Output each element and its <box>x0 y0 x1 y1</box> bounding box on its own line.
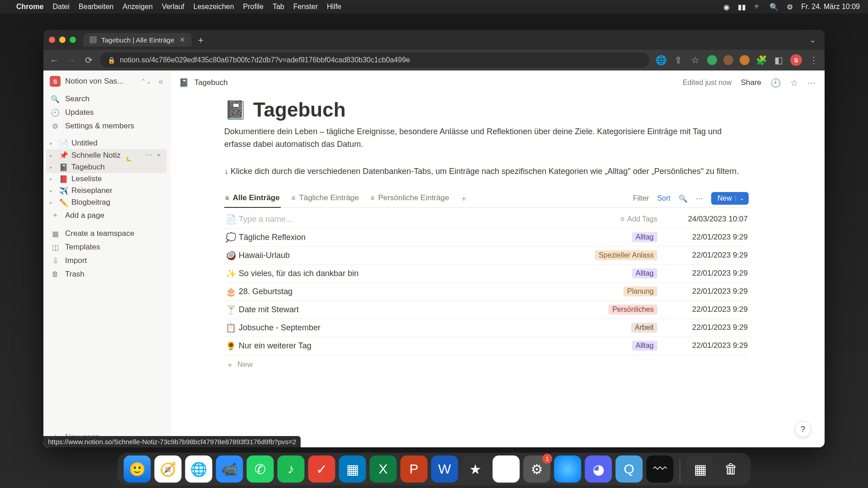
tab-overflow-icon[interactable]: ⌄ <box>810 36 819 44</box>
tag-badge[interactable]: Alltag <box>632 268 657 278</box>
chevron-right-icon[interactable]: ▸ <box>50 176 56 182</box>
tag-badge[interactable]: Alltag <box>632 232 657 242</box>
browser-tab[interactable]: Tagebuch | Alle Einträge ✕ <box>83 33 192 47</box>
sidebar-import[interactable]: ⇩Import <box>43 254 170 267</box>
sort-button[interactable]: Sort <box>657 194 670 202</box>
chrome-menu-icon[interactable]: ⋮ <box>808 55 819 66</box>
menubar-app[interactable]: Chrome <box>16 3 43 11</box>
share-icon[interactable]: ⇪ <box>673 55 684 66</box>
tag-badge[interactable]: Persönliches <box>609 305 657 314</box>
dock-imovie[interactable]: ★ <box>462 455 489 483</box>
star-icon[interactable]: ☆ <box>790 78 798 88</box>
battery-icon[interactable]: ▮▮ <box>738 3 746 11</box>
tag-badge[interactable]: Planung <box>623 286 657 296</box>
menu-hilfe[interactable]: Hilfe <box>327 3 341 11</box>
row-title[interactable]: 28. Geburtstag <box>237 287 580 296</box>
dock-drive[interactable]: △ <box>493 455 520 483</box>
back-button[interactable]: ← <box>49 55 60 66</box>
dock-powerpoint[interactable]: P <box>401 455 428 483</box>
extension-1-icon[interactable] <box>707 55 717 65</box>
table-row[interactable]: 💭 Tägliche Reflexion Alltag 22/01/2023 9… <box>224 229 749 247</box>
tag-badge[interactable]: Spezieller Anlass <box>595 250 657 260</box>
table-row[interactable]: 🎂 28. Geburtstag Planung 22/01/2023 9:29 <box>224 283 749 301</box>
dock-word[interactable]: W <box>431 455 458 483</box>
dock-trash[interactable]: 🗑 <box>717 455 745 483</box>
menu-bearbeiten[interactable]: Bearbeiten <box>79 3 113 11</box>
close-window-button[interactable] <box>49 37 55 43</box>
address-bar[interactable]: 🔒 notion.so/4c786e029edf435c80a67b00fc7d… <box>100 52 649 68</box>
more-icon[interactable]: ⋯ <box>807 78 816 88</box>
dock-whatsapp[interactable]: ✆ <box>247 455 274 483</box>
row-title[interactable]: Jobsuche - September <box>237 323 580 333</box>
row-title[interactable]: So vieles, für das ich dankbar bin <box>237 269 580 278</box>
row-title-placeholder[interactable]: Type a name... <box>237 215 580 224</box>
clock-icon[interactable]: 🕘 <box>770 78 781 88</box>
dock-trello[interactable]: ▦ <box>339 455 366 483</box>
search-db-icon[interactable]: 🔍 <box>679 194 688 203</box>
dock-discord[interactable]: ◕ <box>585 455 612 483</box>
reload-button[interactable]: ⟳ <box>83 55 94 66</box>
menubar-clock[interactable]: Fr. 24. März 10:09 <box>801 3 860 11</box>
chevron-down-icon[interactable]: ⌄ <box>736 195 744 202</box>
sidebar-page-item[interactable]: ▸ 📌 Schnelle Notiz ⋯＋👆 <box>46 149 167 161</box>
menu-verlauf[interactable]: Verlauf <box>162 3 184 11</box>
table-row[interactable]: 🍸 Date mit Stewart Persönliches 22/01/20… <box>224 301 749 319</box>
dock-finder[interactable]: 🙂 <box>124 455 151 483</box>
workspace-switcher[interactable]: S Notion von Sas... ⌃⌄ « <box>43 70 170 92</box>
control-center-icon[interactable]: ⚙ <box>787 3 793 11</box>
tag-badge[interactable]: Arbeit <box>631 323 657 333</box>
sidebar-settings[interactable]: ⚙Settings & members <box>43 119 170 133</box>
new-tab-button[interactable]: ＋ <box>196 34 205 46</box>
chevron-right-icon[interactable]: ▸ <box>50 164 56 170</box>
table-row[interactable]: 🌻 Nur ein weiterer Tag Alltag 22/01/2023… <box>224 337 749 355</box>
screenrecord-icon[interactable]: ◉ <box>723 3 730 11</box>
menu-anzeigen[interactable]: Anzeigen <box>123 3 153 11</box>
database-view-tab[interactable]: ≡Persönliche Einträge <box>370 190 450 208</box>
menu-tab[interactable]: Tab <box>273 3 284 11</box>
profile-avatar[interactable]: S <box>790 54 802 66</box>
dock-safari[interactable]: 🧭 <box>155 455 182 483</box>
forward-button[interactable]: → <box>66 55 77 66</box>
chevron-right-icon[interactable]: ▸ <box>50 152 56 159</box>
dock-chrome[interactable]: 🌐 <box>185 455 212 483</box>
plus-icon[interactable]: ＋ <box>155 150 162 160</box>
extension-3-icon[interactable] <box>740 55 750 65</box>
more-icon[interactable]: ⋯ <box>145 150 152 160</box>
minimize-window-button[interactable] <box>59 37 66 43</box>
sidebar-page-item[interactable]: ▸ 📕 Leseliste ⋯＋ <box>46 173 167 185</box>
extensions-icon[interactable]: 🧩 <box>756 55 767 66</box>
spotlight-icon[interactable]: 🔍 <box>769 3 778 11</box>
menu-profile[interactable]: Profile <box>243 3 264 11</box>
row-title[interactable]: Nur ein weiterer Tag <box>237 341 580 351</box>
help-button[interactable]: ? <box>795 421 811 437</box>
page-description-2[interactable]: ↓ Klicke dich durch die verschiedenen Da… <box>224 165 749 178</box>
chevron-right-icon[interactable]: ▸ <box>50 188 56 194</box>
more-db-icon[interactable]: ⋯ <box>696 194 703 203</box>
new-row-button[interactable]: ＋ New <box>224 355 749 375</box>
menu-lesezeichen[interactable]: Lesezeichen <box>193 3 234 11</box>
page-description-1[interactable]: Dokumentiere dein Leben – tägliche Ereig… <box>224 126 749 151</box>
dock-quicktime[interactable]: Q <box>616 455 643 483</box>
tab-close-icon[interactable]: ✕ <box>179 36 185 44</box>
page-emoji[interactable]: 📓 <box>224 99 247 121</box>
dock-settings[interactable]: ⚙1 <box>524 455 551 483</box>
chevron-right-icon[interactable]: ▸ <box>50 140 56 146</box>
dock-voice[interactable]: 〰 <box>646 455 674 483</box>
sidebar-updates[interactable]: 🕘Updates <box>43 106 170 119</box>
new-entry-button[interactable]: New ⌄ <box>711 192 749 205</box>
share-button[interactable]: Share <box>741 78 761 87</box>
wifi-icon[interactable]: ᯤ <box>754 3 761 11</box>
sidepanel-icon[interactable]: ◧ <box>773 55 784 66</box>
table-row[interactable]: 🥥 Hawaii-Urlaub Spezieller Anlass 22/01/… <box>224 247 749 265</box>
sidebar-page-item[interactable]: ▸ 📓 Tagebuch ⋯＋ <box>46 161 167 173</box>
dock-app-1[interactable] <box>554 455 581 483</box>
sidebar-page-item[interactable]: ▸ ✏️ Blogbeitrag ⋯＋ <box>46 197 167 208</box>
sidebar-trash[interactable]: 🗑Trash <box>43 267 170 281</box>
extension-2-icon[interactable] <box>723 55 733 65</box>
dock-zoom[interactable]: 📹 <box>216 455 243 483</box>
sidebar-add-page[interactable]: ＋Add a page <box>43 208 170 222</box>
sidebar-search[interactable]: 🔍Search <box>43 92 170 106</box>
chevron-right-icon[interactable]: ▸ <box>50 199 56 206</box>
translate-icon[interactable]: 🌐 <box>656 55 666 66</box>
sidebar-page-item[interactable]: ▸ 📄 Untitled ⋯＋ <box>46 137 167 149</box>
